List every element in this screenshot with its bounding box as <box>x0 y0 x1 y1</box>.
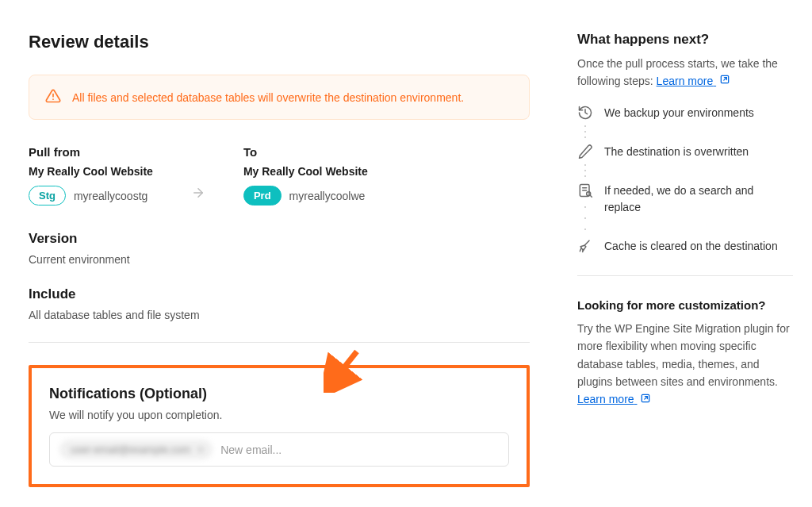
main-panel: Review details All files and selected da… <box>0 0 558 507</box>
step-connector <box>584 202 586 235</box>
external-link-icon <box>719 75 730 87</box>
to-column: To My Really Cool Website Prd myreallyco… <box>243 145 368 205</box>
step-text: The destination is overwritten <box>604 144 749 160</box>
arrow-right-icon <box>191 186 205 205</box>
version-text: Current environment <box>29 253 530 266</box>
notifications-title: Notifications (Optional) <box>49 386 509 402</box>
pull-from-column: Pull from My Really Cool Website Stg myr… <box>29 145 153 205</box>
whats-next-title: What happens next? <box>577 32 793 48</box>
learn-more-link[interactable]: Learn more <box>657 75 730 87</box>
email-input[interactable] <box>220 444 499 456</box>
pull-from-site: My Really Cool Website <box>29 165 153 178</box>
notifications-section: Notifications (Optional) We will notify … <box>29 365 530 487</box>
to-label: To <box>243 145 368 159</box>
pull-from-badge-row: Stg myreallycoostg <box>29 186 153 205</box>
alert-triangle-icon <box>45 88 61 106</box>
step-backup: We backup your environments <box>577 105 793 144</box>
customization-learn-more-link[interactable]: Learn more <box>577 393 651 405</box>
learn-more-text: Learn more <box>657 75 714 87</box>
whats-next-intro: Once the pull process starts, we take th… <box>577 56 793 90</box>
history-icon <box>577 105 593 121</box>
email-chip[interactable]: user-email@example.com ✕ <box>59 440 213 459</box>
to-badge-row: Prd myreallycoolwe <box>243 186 368 205</box>
staging-badge: Stg <box>29 186 66 205</box>
step-text: We backup your environments <box>604 105 754 121</box>
email-chip-text: user-email@example.com <box>71 444 190 455</box>
version-section: Version Current environment <box>29 231 530 266</box>
pull-from-label: Pull from <box>29 145 153 159</box>
step-cache-clear: Cache is cleared on the destination <box>577 238 793 255</box>
include-title: Include <box>29 286 530 302</box>
version-title: Version <box>29 231 530 247</box>
step-text: If needed, we do a search and replace <box>604 182 793 216</box>
to-site: My Really Cool Website <box>243 165 368 178</box>
pencil-icon <box>577 144 593 159</box>
svg-line-10 <box>590 195 592 197</box>
side-divider <box>577 275 793 276</box>
steps-list: We backup your environments The destinat… <box>577 105 793 255</box>
chip-remove-icon[interactable]: ✕ <box>197 444 205 455</box>
warning-text: All files and selected database tables w… <box>72 91 464 104</box>
external-link-icon <box>640 394 651 406</box>
step-search-replace: If needed, we do a search and replace <box>577 182 793 238</box>
step-connector <box>584 163 586 179</box>
step-connector <box>584 124 586 140</box>
svg-line-11 <box>584 240 589 245</box>
learn-more-text: Learn more <box>577 393 634 405</box>
warning-banner: All files and selected database tables w… <box>29 75 530 120</box>
environment-row: Pull from My Really Cool Website Stg myr… <box>29 145 530 205</box>
to-url: myreallycoolwe <box>289 190 366 202</box>
step-overwrite: The destination is overwritten <box>577 144 793 182</box>
include-text: All database tables and file system <box>29 309 530 321</box>
notifications-subtitle: We will notify you upon completion. <box>49 409 509 421</box>
production-badge: Prd <box>243 186 282 205</box>
page-title: Review details <box>29 32 530 52</box>
pull-from-url: myreallycoostg <box>74 190 147 202</box>
step-text: Cache is cleared on the destination <box>604 238 778 255</box>
customization-body: Try the WP Engine Site Migration plugin … <box>577 322 790 388</box>
svg-line-13 <box>583 249 584 252</box>
document-search-icon <box>577 182 593 198</box>
include-section: Include All database tables and file sys… <box>29 286 530 321</box>
svg-line-12 <box>580 248 581 251</box>
broom-icon <box>577 238 593 254</box>
section-divider <box>29 342 530 343</box>
customization-text: Try the WP Engine Site Migration plugin … <box>577 320 793 409</box>
customization-title: Looking for more customization? <box>577 298 793 312</box>
side-panel: What happens next? Once the pull process… <box>558 0 812 507</box>
email-input-wrapper[interactable]: user-email@example.com ✕ <box>49 432 509 467</box>
